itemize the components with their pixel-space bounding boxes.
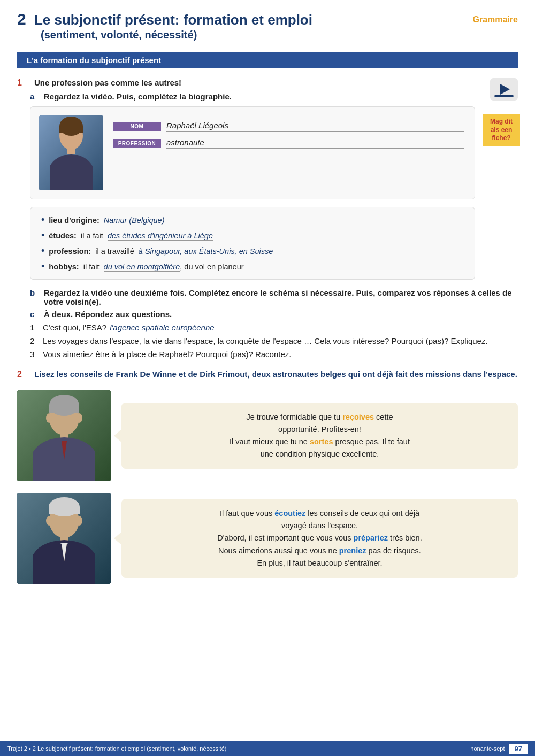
svg-point-20 bbox=[46, 516, 52, 526]
svg-point-21 bbox=[76, 516, 82, 526]
sub-c-label: c bbox=[30, 310, 40, 319]
preniez-word: preniez bbox=[339, 546, 366, 555]
sub-a-text: Regardez la vidéo. Puis, complétez la bi… bbox=[44, 92, 232, 101]
bio-nom-value: Raphaël Liégeois bbox=[166, 121, 464, 132]
svg-rect-10 bbox=[49, 405, 79, 413]
detail-etudes: • études: il a fait des études d'ingénie… bbox=[41, 230, 464, 241]
profession-value: à Singapour, aux États-Unis, en Suisse bbox=[139, 247, 273, 256]
exercise2-num: 2 bbox=[17, 369, 30, 379]
person2-line2: voyagé dans l'espace. bbox=[132, 520, 507, 532]
etudes-plain: il a fait bbox=[81, 232, 103, 240]
person2-photo bbox=[17, 493, 111, 584]
profession-key: profession: bbox=[49, 247, 91, 256]
hobbys-value: du vol en montgolfière bbox=[104, 263, 180, 272]
page-footer: Trajet 2 • 2 Le subjonctif présent: form… bbox=[0, 741, 535, 756]
person2-line4: Nous aimerions aussi que vous ne preniez… bbox=[132, 545, 507, 557]
person2-line5: En plus, il faut beaucoup s'entraîner. bbox=[132, 557, 507, 569]
q3-text: Vous aimeriez être à la place de Raphaël… bbox=[43, 350, 291, 359]
q2-num: 2 bbox=[30, 336, 43, 345]
lieu-key: lieu d'origine: bbox=[49, 216, 99, 225]
q2-text: Les voyages dans l'espace, la vie dans l… bbox=[43, 336, 488, 345]
sub-c-text: À deux. Répondez aux questions. bbox=[44, 310, 172, 319]
bio-nom-label: NOM bbox=[113, 122, 161, 131]
person1-line2: opportunité. Profites-en! bbox=[132, 423, 507, 436]
lieu-value: Namur (Belgique) bbox=[104, 216, 168, 225]
person1-block: Je trouve formidable que tu reçoives cet… bbox=[17, 390, 518, 481]
bio-profession-row: PROFESSION astronaute bbox=[113, 138, 464, 149]
q1-answer: l'agence spatiale européenne bbox=[110, 323, 215, 332]
person2-speech: Il faut que vous écoutiez les conseils d… bbox=[121, 499, 518, 578]
detail-hobbys: • hobbys: il fait du vol en montgolfière… bbox=[41, 261, 464, 272]
ecoutiez-word: écoutiez bbox=[274, 509, 305, 518]
sub-b-text: Regardez la vidéo une deuxième fois. Com… bbox=[44, 288, 518, 306]
footer-page-num: 97 bbox=[509, 744, 528, 754]
svg-rect-3 bbox=[67, 148, 75, 154]
svg-rect-5 bbox=[59, 126, 83, 133]
page-title: 2 Le subjonctif présent: formation et em… bbox=[17, 10, 518, 29]
detail-lieu: • lieu d'origine: Namur (Belgique) bbox=[41, 215, 464, 225]
person1-line1: Je trouve formidable que tu reçoives cet… bbox=[132, 411, 507, 423]
sticky-note: Mag dit als een fiche? bbox=[483, 114, 520, 146]
profession-plain: il a travaillé bbox=[95, 247, 134, 256]
bio-card-top: NOM Raphaël Liégeois PROFESSION astronau… bbox=[30, 106, 475, 199]
exercise1-title: Une profession pas comme les autres! bbox=[34, 78, 181, 87]
bio-photo bbox=[39, 115, 103, 190]
grammaire-tag: Grammaire bbox=[473, 15, 518, 25]
sub-b-label: b bbox=[30, 288, 40, 297]
svg-point-13 bbox=[76, 413, 82, 423]
sortes-word: sortes bbox=[310, 437, 333, 446]
svg-point-12 bbox=[46, 413, 52, 423]
question-3: 3 Vous aimeriez être à la place de Rapha… bbox=[30, 350, 518, 359]
detail-profession: • profession: il a travaillé à Singapour… bbox=[41, 246, 464, 256]
hobbys-key: hobbys: bbox=[49, 263, 79, 271]
question-1: 1 C'est quoi, l'ESA? l'agence spatiale e… bbox=[30, 323, 518, 332]
exercise1-num: 1 bbox=[17, 78, 30, 88]
question-2: 2 Les voyages dans l'espace, la vie dans… bbox=[30, 336, 518, 345]
section-header: L'a formation du subjonctif présent bbox=[17, 52, 518, 68]
page-subtitle: (sentiment, volonté, nécessité) bbox=[17, 29, 518, 41]
person1-photo bbox=[17, 390, 111, 481]
footer-text: Trajet 2 • 2 Le subjonctif présent: form… bbox=[7, 745, 226, 752]
details-card: • lieu d'origine: Namur (Belgique) • étu… bbox=[30, 207, 475, 280]
svg-rect-18 bbox=[49, 507, 80, 514]
recoives-word: reçoives bbox=[342, 413, 374, 421]
bio-profession-label: PROFESSION bbox=[113, 139, 161, 148]
hobbys-plain: il fait bbox=[83, 263, 100, 271]
person1-line4: une condition physique excellente. bbox=[132, 448, 507, 460]
person2-block: Il faut que vous écoutiez les conseils d… bbox=[17, 493, 518, 584]
exercise2-title: Lisez les conseils de Frank De Winne et … bbox=[34, 369, 517, 379]
q1-num: 1 bbox=[30, 323, 43, 332]
video-icon[interactable] bbox=[490, 78, 518, 101]
footer-page-label: nonante-sept bbox=[470, 745, 505, 752]
person2-line3: D'abord, il est important que vous vous … bbox=[132, 532, 507, 544]
bio-nom-row: NOM Raphaël Liégeois bbox=[113, 121, 464, 132]
hobbys-extra: , du vol en planeur bbox=[180, 263, 243, 271]
prepariez-word: prépariez bbox=[354, 534, 388, 542]
etudes-key: études: bbox=[49, 232, 77, 240]
person2-line1: Il faut que vous écoutiez les conseils d… bbox=[132, 507, 507, 520]
etudes-value: des études d'ingénieur à Liège bbox=[108, 232, 213, 241]
person1-speech: Je trouve formidable que tu reçoives cet… bbox=[121, 403, 518, 469]
bio-profession-value: astronaute bbox=[166, 138, 464, 149]
person1-line3: Il vaut mieux que tu ne sortes presque p… bbox=[132, 436, 507, 448]
q1-text: C'est quoi, l'ESA? bbox=[43, 323, 106, 332]
q3-num: 3 bbox=[30, 350, 43, 359]
sub-a-label: a bbox=[30, 92, 40, 101]
